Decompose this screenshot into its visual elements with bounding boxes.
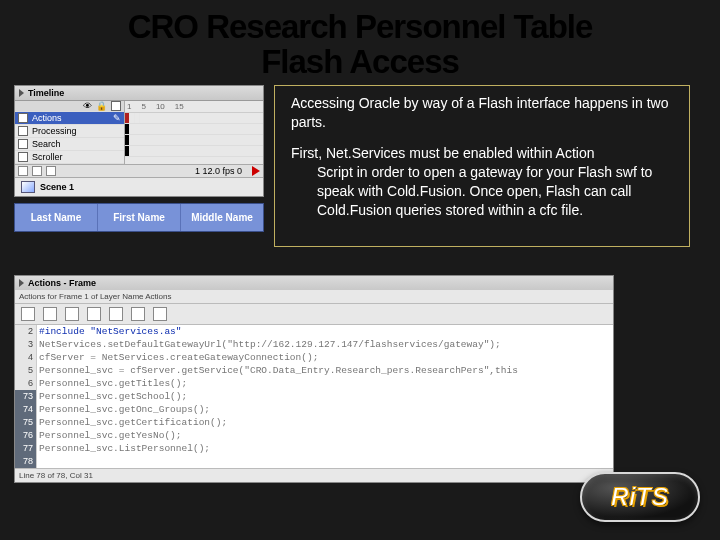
col-last-name: Last Name [15, 204, 98, 231]
layer-row-search[interactable]: Search [15, 138, 124, 151]
actions-toolbar [15, 304, 613, 325]
timeline-footer: 1 12.0 fps 0 [15, 164, 263, 177]
ruler-num: 15 [175, 102, 184, 111]
actions-header: Actions - Frame [15, 276, 613, 290]
layer-icons-header: 👁🔒 [15, 101, 124, 112]
table-header-row: Last Name First Name Middle Name [14, 203, 264, 232]
timeline-header-label: Timeline [28, 88, 64, 98]
paragraph-2-start: First, Net.Services must be enabled with… [291, 145, 594, 161]
scene-label: Scene 1 [40, 182, 74, 192]
actions-status-bar: Line 78 of 78, Col 31 [15, 468, 613, 482]
collapse-triangle-icon [19, 89, 24, 97]
tool-add-icon[interactable] [21, 307, 35, 321]
frame-strip [125, 135, 263, 146]
timeline-ruler: 1 5 10 15 [125, 101, 263, 164]
logo-text: RiTS [611, 483, 668, 511]
flash-timeline-panel: Timeline 👁🔒 Actions✎ Processing Search S… [14, 85, 264, 197]
timeline-header: Timeline [15, 86, 263, 101]
add-layer-icon[interactable] [18, 166, 28, 176]
ruler-num: 1 [127, 102, 131, 111]
add-folder-icon[interactable] [32, 166, 42, 176]
layer-row-actions[interactable]: Actions✎ [15, 112, 124, 125]
code-gutter: 23456737475767778 [15, 325, 37, 468]
layer-label: Actions [32, 113, 62, 123]
tool-format-icon[interactable] [109, 307, 123, 321]
ruler-num: 5 [141, 102, 145, 111]
play-icon [252, 166, 260, 176]
code-lines: #include "NetServices.as"NetServices.set… [37, 325, 613, 468]
frame-strip [125, 113, 263, 124]
actions-frame-panel: Actions - Frame Actions for Frame 1 of L… [14, 275, 614, 483]
layer-label: Search [32, 139, 61, 149]
layer-row-scroller[interactable]: Scroller [15, 151, 124, 164]
actions-subheader: Actions for Frame 1 of Layer Name Action… [15, 290, 613, 304]
description-box: Accessing Oracle by way of a Flash inter… [274, 85, 690, 246]
tool-target-icon[interactable] [65, 307, 79, 321]
tool-check-icon[interactable] [87, 307, 101, 321]
code-editor[interactable]: 23456737475767778 #include "NetServices.… [15, 325, 613, 468]
paragraph-2-rest: Script in order to open a gateway for yo… [291, 163, 673, 220]
collapse-triangle-icon [19, 279, 24, 287]
tool-debug-icon[interactable] [131, 307, 145, 321]
tool-find-icon[interactable] [43, 307, 57, 321]
timeline-status: 1 12.0 fps 0 [195, 166, 242, 176]
frame-strip [125, 146, 263, 157]
ruler-num: 10 [156, 102, 165, 111]
delete-layer-icon[interactable] [46, 166, 56, 176]
slide-title: CRO Research Personnel Table Flash Acces… [0, 0, 720, 85]
title-line-2: Flash Access [40, 45, 680, 80]
tool-options-icon[interactable] [153, 307, 167, 321]
paragraph-1: Accessing Oracle by way of a Flash inter… [291, 95, 668, 130]
col-middle-name: Middle Name [181, 204, 263, 231]
actions-header-label: Actions - Frame [28, 278, 96, 288]
frame-strip [125, 124, 263, 135]
timeline-layers: 👁🔒 Actions✎ Processing Search Scroller [15, 101, 125, 164]
rits-logo: RiTS [580, 472, 700, 522]
col-first-name: First Name [98, 204, 181, 231]
scene-bar: Scene 1 [15, 177, 263, 196]
scene-icon [21, 181, 35, 193]
layer-label: Scroller [32, 152, 63, 162]
layer-row-processing[interactable]: Processing [15, 125, 124, 138]
layer-label: Processing [32, 126, 77, 136]
title-line-1: CRO Research Personnel Table [40, 10, 680, 45]
